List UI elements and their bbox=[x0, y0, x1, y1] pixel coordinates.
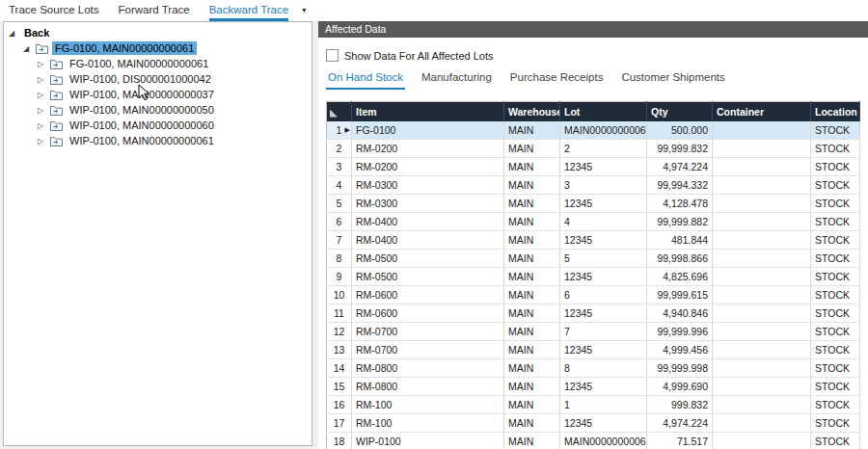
row-selector[interactable]: 12 bbox=[327, 323, 352, 341]
column-header-item[interactable]: Item bbox=[352, 102, 504, 121]
tree-item[interactable]: ▷WIP-0100, MAIN00000000050 bbox=[4, 102, 312, 118]
cell-container bbox=[713, 250, 811, 268]
trace-tree: ◢Back◢FG-0100, MAIN00000000061▷FG-0100, … bbox=[4, 25, 312, 148]
cell-location: STOCK bbox=[811, 359, 860, 378]
cell-warehouse: MAIN bbox=[504, 250, 560, 268]
collapse-arrow-icon[interactable]: ▷ bbox=[38, 106, 50, 115]
folder-icon bbox=[36, 43, 48, 54]
row-selector[interactable]: 3 bbox=[327, 158, 352, 176]
tree-item[interactable]: ▷WIP-0100, DIS000001000042 bbox=[4, 71, 312, 87]
row-selector[interactable]: 6 bbox=[327, 213, 352, 231]
tab-backward-trace[interactable]: Backward Trace bbox=[209, 0, 288, 21]
expand-arrow-icon[interactable]: ◢ bbox=[9, 29, 21, 38]
tab-manufacturing[interactable]: Manufacturing bbox=[420, 69, 494, 90]
cell-warehouse: MAIN bbox=[504, 378, 560, 396]
row-selector[interactable]: 15 bbox=[327, 378, 352, 396]
cell-qty: 4,974.224 bbox=[647, 414, 713, 433]
show-all-checkbox-label: Show Data For All Affected Lots bbox=[344, 50, 494, 62]
column-header-container[interactable]: Container bbox=[713, 102, 811, 121]
row-selector[interactable]: 17 bbox=[327, 414, 352, 433]
row-selector[interactable]: 18 bbox=[327, 433, 352, 449]
row-selector[interactable]: 9 bbox=[327, 268, 352, 286]
cell-location: STOCK bbox=[811, 121, 860, 140]
tree-item[interactable]: ▷WIP-0100, MAIN00000000037 bbox=[4, 87, 312, 102]
column-header-location[interactable]: Location bbox=[811, 102, 860, 121]
table-row[interactable]: 4RM-0300MAIN399,994.332STOCK bbox=[327, 176, 860, 195]
cell-item: RM-0400 bbox=[352, 231, 504, 250]
cell-location: STOCK bbox=[811, 268, 860, 286]
row-selector[interactable]: 5 bbox=[327, 195, 352, 213]
table-row[interactable]: 12RM-0700MAIN799,999.996STOCK bbox=[327, 323, 860, 341]
tab-trace-source-lots[interactable]: Trace Source Lots bbox=[9, 0, 99, 21]
cell-location: STOCK bbox=[811, 341, 860, 359]
row-selector[interactable]: 4 bbox=[327, 176, 352, 195]
tree-item[interactable]: ◢FG-0100, MAIN00000000061 bbox=[4, 40, 312, 56]
row-selector[interactable]: 7 bbox=[327, 231, 352, 250]
column-header-lot[interactable]: Lot bbox=[560, 102, 647, 121]
cell-warehouse: MAIN bbox=[504, 268, 560, 286]
table-row[interactable]: 15RM-0800MAIN123454,999.690STOCK bbox=[327, 378, 860, 396]
table-row[interactable]: 7RM-0400MAIN12345481.844STOCK bbox=[327, 231, 860, 250]
table-row[interactable]: 17RM-100MAIN123454,974.224STOCK bbox=[327, 414, 860, 433]
column-header-qty[interactable]: Qty bbox=[647, 102, 713, 121]
row-selector[interactable]: 2 bbox=[327, 140, 352, 158]
select-all-corner[interactable] bbox=[327, 102, 352, 121]
table-row[interactable]: 1▶FG-0100MAINMAIN00000000061500.000STOCK bbox=[327, 121, 860, 140]
cell-location: STOCK bbox=[811, 176, 860, 195]
cell-location: STOCK bbox=[811, 396, 860, 414]
collapse-arrow-icon[interactable]: ▷ bbox=[38, 91, 50, 99]
row-selector[interactable]: 11 bbox=[327, 304, 352, 323]
row-selector[interactable]: 1▶ bbox=[327, 121, 352, 140]
collapse-arrow-icon[interactable]: ▷ bbox=[38, 60, 50, 68]
table-row[interactable]: 2RM-0200MAIN299,999.832STOCK bbox=[327, 140, 860, 158]
collapse-arrow-icon[interactable]: ▷ bbox=[38, 121, 50, 130]
chevron-down-icon[interactable]: ▾ bbox=[302, 0, 306, 21]
cell-container bbox=[713, 140, 811, 158]
tab-forward-trace[interactable]: Forward Trace bbox=[119, 0, 190, 21]
tree-item[interactable]: ◢Back bbox=[4, 25, 312, 40]
cell-warehouse: MAIN bbox=[504, 195, 560, 213]
tab-purchase-receipts[interactable]: Purchase Receipts bbox=[508, 69, 606, 90]
cell-container bbox=[713, 158, 811, 176]
cell-location: STOCK bbox=[811, 378, 860, 396]
mouse-cursor-icon bbox=[138, 84, 150, 101]
cell-warehouse: MAIN bbox=[504, 213, 560, 231]
folder-icon bbox=[50, 59, 63, 69]
cell-location: STOCK bbox=[811, 140, 860, 158]
table-row[interactable]: 11RM-0600MAIN123454,940.846STOCK bbox=[327, 304, 860, 323]
tab-on-hand-stock[interactable]: On Hand Stock bbox=[326, 69, 405, 90]
table-row[interactable]: 6RM-0400MAIN499,999.882STOCK bbox=[327, 213, 860, 231]
tab-customer-shipments[interactable]: Customer Shipments bbox=[619, 69, 726, 90]
cell-container bbox=[713, 433, 811, 449]
row-selector[interactable]: 10 bbox=[327, 286, 352, 304]
collapse-arrow-icon[interactable]: ▷ bbox=[38, 137, 50, 145]
row-selector[interactable]: 8 bbox=[327, 250, 352, 268]
show-all-checkbox[interactable] bbox=[326, 49, 339, 62]
row-selector[interactable]: 13 bbox=[327, 341, 352, 359]
tree-item[interactable]: ▷WIP-0100, MAIN00000000061 bbox=[4, 133, 312, 148]
table-row[interactable]: 16RM-100MAIN1999.832STOCK bbox=[327, 396, 860, 414]
cell-lot: 12345 bbox=[560, 378, 647, 396]
collapse-arrow-icon[interactable]: ▷ bbox=[38, 75, 50, 84]
tree-item[interactable]: ▷WIP-0100, MAIN00000000060 bbox=[4, 118, 312, 133]
cell-location: STOCK bbox=[811, 250, 860, 268]
column-header-warehouse[interactable]: Warehouse bbox=[504, 102, 560, 121]
table-row[interactable]: 14RM-0800MAIN899,999.998STOCK bbox=[327, 359, 860, 378]
table-row[interactable]: 10RM-0600MAIN699,999.615STOCK bbox=[327, 286, 860, 304]
table-row[interactable]: 13RM-0700MAIN123454,999.456STOCK bbox=[327, 341, 860, 359]
tree-item[interactable]: ▷FG-0100, MAIN00000000061 bbox=[4, 56, 312, 71]
row-selector[interactable]: 14 bbox=[327, 359, 352, 378]
cell-qty: 99,998.866 bbox=[647, 250, 713, 268]
trace-tab-list: Trace Source LotsForward TraceBackward T… bbox=[9, 0, 288, 21]
table-row[interactable]: 8RM-0500MAIN599,998.866STOCK bbox=[327, 250, 860, 268]
table-row[interactable]: 18WIP-0100MAINMAIN0000000006171.517STOCK bbox=[327, 433, 860, 449]
cell-item: RM-0600 bbox=[352, 304, 504, 323]
row-selector[interactable]: 16 bbox=[327, 396, 352, 414]
table-row[interactable]: 9RM-0500MAIN123454,825.696STOCK bbox=[327, 268, 860, 286]
table-row[interactable]: 5RM-0300MAIN123454,128.478STOCK bbox=[327, 195, 860, 213]
cell-qty: 99,999.998 bbox=[647, 359, 713, 378]
cell-lot: 6 bbox=[560, 286, 647, 304]
tree-item-label: FG-0100, MAIN00000000061 bbox=[67, 57, 211, 70]
table-row[interactable]: 3RM-0200MAIN123454,974.224STOCK bbox=[327, 158, 860, 176]
expand-arrow-icon[interactable]: ◢ bbox=[23, 44, 36, 53]
